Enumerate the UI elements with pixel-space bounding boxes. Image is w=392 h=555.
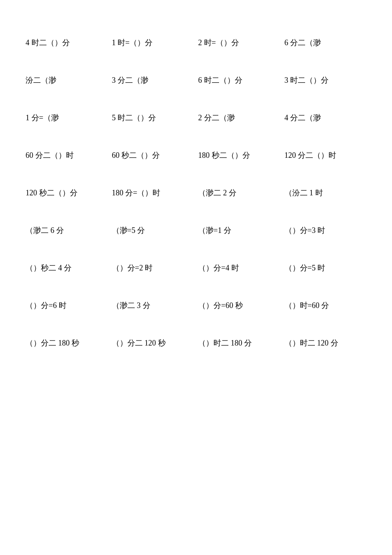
grid-cell-11: 4 分二（渺: [285, 109, 367, 126]
grid-cell-14: 180 秒二（）分: [198, 147, 280, 164]
grid-cell-27: （）分=5 时: [285, 259, 367, 276]
grid-cell-25: （）分=2 时: [112, 259, 194, 276]
grid-cell-35: （）时二 120 分: [285, 334, 367, 352]
grid-cell-4: 汾二（渺: [26, 72, 108, 89]
grid-cell-13: 60 秒二（）分: [112, 147, 194, 164]
grid-cell-29: （渺二 3 分: [112, 297, 194, 314]
grid-cell-20: （渺二 6 分: [26, 222, 108, 239]
grid-cell-0: 4 时二（）分: [26, 34, 108, 51]
grid-cell-18: （渺二 2 分: [198, 184, 280, 201]
grid-cell-22: （渺=1 分: [198, 222, 280, 239]
content-grid: 4 时二（）分1 时=（）分2 时=（）分6 分二（渺汾二（渺3 分二（渺6 时…: [26, 34, 366, 352]
grid-cell-34: （）时二 180 分: [198, 334, 280, 352]
grid-cell-28: （）分=6 时: [26, 297, 108, 314]
grid-cell-12: 60 分二（）时: [26, 147, 108, 164]
grid-cell-30: （）分=60 秒: [198, 297, 280, 314]
grid-cell-24: （）秒二 4 分: [26, 259, 108, 276]
grid-cell-1: 1 时=（）分: [112, 34, 194, 51]
grid-cell-21: （渺=5 分: [112, 222, 194, 239]
grid-cell-8: 1 分=（渺: [26, 109, 108, 126]
grid-cell-33: （）分二 120 秒: [112, 334, 194, 352]
grid-cell-17: 180 分=（）时: [112, 184, 194, 201]
grid-cell-19: （汾二 1 时: [285, 184, 367, 201]
grid-cell-7: 3 时二（）分: [285, 72, 367, 89]
grid-cell-5: 3 分二（渺: [112, 72, 194, 89]
grid-cell-32: （）分二 180 秒: [26, 334, 108, 352]
grid-cell-9: 5 时二（）分: [112, 109, 194, 126]
grid-cell-3: 6 分二（渺: [285, 34, 367, 51]
grid-cell-23: （）分=3 时: [285, 222, 367, 239]
grid-cell-15: 120 分二（）时: [285, 147, 367, 164]
grid-cell-10: 2 分二（渺: [198, 109, 280, 126]
page: 4 时二（）分1 时=（）分2 时=（）分6 分二（渺汾二（渺3 分二（渺6 时…: [0, 0, 392, 386]
grid-cell-2: 2 时=（）分: [198, 34, 280, 51]
grid-cell-31: （）时=60 分: [285, 297, 367, 314]
grid-cell-6: 6 时二（）分: [198, 72, 280, 89]
grid-cell-26: （）分=4 时: [198, 259, 280, 276]
grid-cell-16: 120 秒二（）分: [26, 184, 108, 201]
